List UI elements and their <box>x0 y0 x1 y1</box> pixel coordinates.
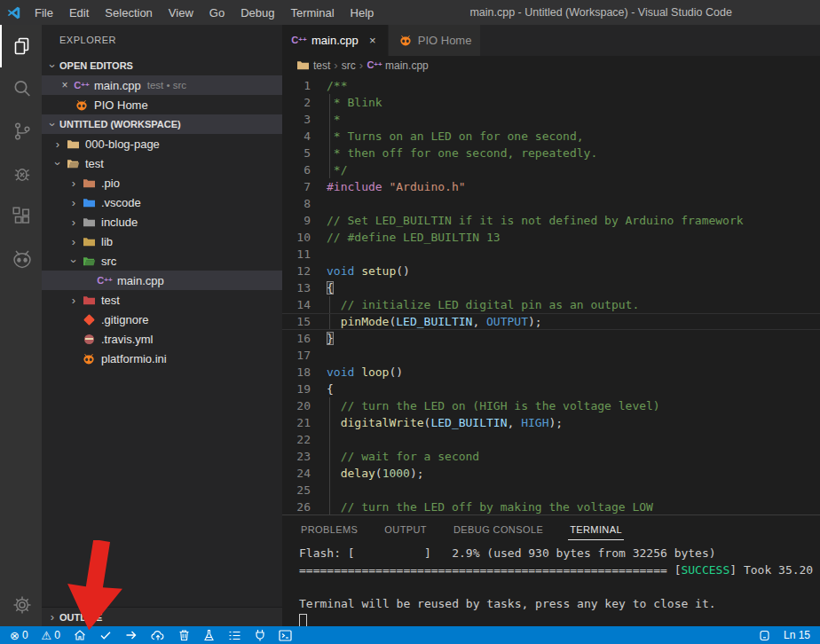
status-pio-upload-icon[interactable] <box>122 626 140 644</box>
breadcrumb-src[interactable]: src <box>342 59 356 72</box>
tree-item--pio[interactable]: ›.pio <box>42 173 282 192</box>
code-line-6[interactable]: 6 */ <box>282 161 820 178</box>
open-editor-item[interactable]: PIO Home <box>42 95 282 114</box>
menu-selection[interactable]: Selection <box>97 0 160 25</box>
code-editor[interactable]: 1/**2 * Blink3 *4 * Turns on an LED on f… <box>282 75 820 514</box>
status-pio-serial-monitor-icon[interactable] <box>252 626 268 644</box>
code-line-5[interactable]: 5 * then off for one second, repeatedly. <box>282 145 820 161</box>
chevron-right-icon[interactable]: › <box>67 216 81 229</box>
activity-settings-icon[interactable] <box>0 584 42 626</box>
tab-pio-home[interactable]: PIO Home <box>389 25 482 56</box>
status-pio-test-icon[interactable] <box>201 626 217 644</box>
breadcrumb-test[interactable]: test <box>295 59 330 73</box>
status-pio-run-task-icon[interactable] <box>225 626 244 644</box>
code-line-19[interactable]: 19{ <box>282 381 820 397</box>
activity-source-control-icon[interactable] <box>0 110 42 153</box>
cpp-icon: C++ <box>367 59 382 73</box>
menu-help[interactable]: Help <box>343 0 382 25</box>
status-pio-build-icon[interactable] <box>97 626 114 644</box>
tree-item-lib[interactable]: ›lib <box>42 232 282 251</box>
folder-icon <box>65 137 81 151</box>
chevron-down-icon[interactable]: › <box>51 156 65 170</box>
code-line-16[interactable]: 16} <box>282 330 820 347</box>
menu-view[interactable]: View <box>161 0 201 25</box>
tree-item-test[interactable]: ›test <box>42 290 282 310</box>
code-line-3[interactable]: 3 * <box>282 111 820 128</box>
activity-search-icon[interactable] <box>0 67 42 110</box>
code-line-15[interactable]: 15 pinMode(LED_BUILTIN, OUTPUT); <box>282 313 820 330</box>
code-line-17[interactable]: 17 <box>282 347 820 364</box>
status-feedback-icon[interactable] <box>756 626 773 644</box>
code-line-23[interactable]: 23 // wait for a second <box>282 448 820 465</box>
code-line-2[interactable]: 2 * Blink <box>282 94 820 111</box>
code-line-7[interactable]: 7#include "Arduino.h" <box>282 178 820 195</box>
tab-main-cpp[interactable]: C++main.cpp× <box>282 25 389 56</box>
code-line-11[interactable]: 11 <box>282 246 820 263</box>
bottom-panel: PROBLEMSOUTPUTDEBUG CONSOLETERMINAL Flas… <box>282 514 820 626</box>
close-icon[interactable]: × <box>367 34 379 47</box>
code-line-8[interactable]: 8 <box>282 195 820 212</box>
terminal-output[interactable]: Flash: [ ] 2.9% (used 930 bytes from 322… <box>282 545 820 626</box>
menu-go[interactable]: Go <box>201 0 233 25</box>
code-line-26[interactable]: 26 // turn the LED off by making the vol… <box>282 499 820 514</box>
open-editors-header[interactable]: › OPEN EDITORS <box>42 56 282 75</box>
chevron-right-icon[interactable]: › <box>67 235 81 248</box>
code-token: delay <box>341 467 375 480</box>
status-pio-terminal-icon[interactable] <box>276 626 295 644</box>
code-line-20[interactable]: 20 // turn the LED on (HIGH is the volta… <box>282 397 820 414</box>
tree-item--travis-yml[interactable]: .travis.yml <box>42 329 282 349</box>
open-editor-label: main.cpp <box>94 79 141 92</box>
code-line-25[interactable]: 25 <box>282 482 820 499</box>
open-editor-item[interactable]: ×C++main.cpptest • src <box>42 75 282 95</box>
tree-item-test[interactable]: ›test <box>42 153 282 173</box>
chevron-right-icon[interactable]: › <box>67 177 81 190</box>
code-line-10[interactable]: 10// #define LED_BUILTIN 13 <box>282 229 820 246</box>
status-bar: ⊗0⚠0Ln 15 <box>0 626 820 644</box>
code-line-1[interactable]: 1/** <box>282 77 820 94</box>
panel-tab-problems[interactable]: PROBLEMS <box>299 520 359 540</box>
code-line-24[interactable]: 24 delay(1000); <box>282 465 820 482</box>
code-line-18[interactable]: 18void loop() <box>282 364 820 381</box>
code-line-22[interactable]: 22 <box>282 431 820 448</box>
status-line-col[interactable]: Ln 15 <box>781 626 813 644</box>
outline-header[interactable]: › OUTLINE <box>42 607 282 626</box>
status-pio-clean-icon[interactable] <box>176 626 193 644</box>
status-pio-remote-upload-icon[interactable] <box>148 626 168 644</box>
terminal-text: Flash: [ ] 2.9% (used 930 bytes from 322… <box>299 546 716 560</box>
tree-item-platformio-ini[interactable]: platformio.ini <box>42 349 282 368</box>
status-warning[interactable]: ⚠0 <box>39 626 63 644</box>
menu-terminal[interactable]: Terminal <box>282 0 342 25</box>
code-line-9[interactable]: 9// Set LED_BUILTIN if it is not defined… <box>282 212 820 229</box>
panel-tab-output[interactable]: OUTPUT <box>382 520 429 540</box>
status-pio-home-icon[interactable] <box>71 626 89 644</box>
chevron-right-icon[interactable]: › <box>51 137 65 151</box>
activity-platformio-icon[interactable] <box>0 238 42 280</box>
menu-debug[interactable]: Debug <box>233 0 282 25</box>
menu-edit[interactable]: Edit <box>61 0 97 25</box>
status-error[interactable]: ⊗0 <box>7 626 31 644</box>
chevron-right-icon[interactable]: › <box>67 196 81 209</box>
breadcrumb-main-cpp[interactable]: C++main.cpp <box>367 59 429 73</box>
panel-tab-terminal[interactable]: TERMINAL <box>568 520 624 540</box>
line-number: 11 <box>282 246 311 263</box>
panel-tab-debug-console[interactable]: DEBUG CONSOLE <box>452 520 545 540</box>
activity-debug-icon[interactable] <box>0 153 42 195</box>
code-line-4[interactable]: 4 * Turns on an LED on for one second, <box>282 128 820 145</box>
code-line-12[interactable]: 12void setup() <box>282 263 820 279</box>
tree-item-main-cpp[interactable]: C++main.cpp <box>42 271 282 290</box>
activity-files-icon[interactable] <box>0 25 42 67</box>
workspace-header[interactable]: › UNTITLED (WORKSPACE) <box>42 114 282 134</box>
tree-item--vscode[interactable]: ›.vscode <box>42 192 282 212</box>
code-line-13[interactable]: 13{ <box>282 279 820 296</box>
menu-file[interactable]: File <box>27 0 61 25</box>
chevron-right-icon[interactable]: › <box>67 294 81 307</box>
tree-item--gitignore[interactable]: .gitignore <box>42 310 282 329</box>
chevron-down-icon[interactable]: › <box>67 254 81 268</box>
activity-extensions-icon[interactable] <box>0 195 42 238</box>
code-line-21[interactable]: 21 digitalWrite(LED_BUILTIN, HIGH); <box>282 414 820 431</box>
code-line-14[interactable]: 14 // initialize LED digital pin as an o… <box>282 296 820 313</box>
tree-item-000-blog-page[interactable]: ›000-blog-page <box>42 134 282 153</box>
tree-item-src[interactable]: ›src <box>42 251 282 271</box>
tree-item-include[interactable]: ›include <box>42 212 282 232</box>
close-icon[interactable]: × <box>58 79 72 91</box>
